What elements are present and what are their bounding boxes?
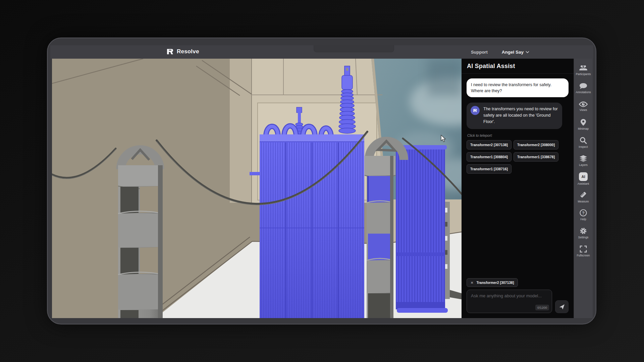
- support-link[interactable]: Support: [471, 50, 488, 55]
- model-3d-viewport[interactable]: [52, 59, 462, 318]
- ai-avatar: [471, 106, 480, 115]
- close-icon[interactable]: ✕: [471, 281, 473, 285]
- user-message-bubble: I need to review the transformers for sa…: [467, 78, 569, 97]
- magnifier-icon: [580, 137, 587, 144]
- sidebar-item-settings[interactable]: Settings: [574, 224, 593, 242]
- top-bar: Resolve Support Angel Say: [50, 45, 593, 59]
- annotations-icon: [579, 83, 587, 89]
- context-chip-label: Transformer2 [307138]: [476, 281, 514, 285]
- teleport-chip[interactable]: Transformer1 [308804]: [467, 152, 512, 162]
- participants-icon: [579, 65, 588, 71]
- sidebar-item-fullscreen[interactable]: Fullscreen: [574, 242, 593, 260]
- sidebar-item-minimap[interactable]: Minimap: [574, 115, 593, 133]
- teleport-chip[interactable]: Transformer2 [308000]: [514, 140, 558, 149]
- sidebar-item-participants[interactable]: Participants: [574, 61, 593, 79]
- teleport-chip[interactable]: Transformer1 [338716]: [467, 164, 512, 174]
- sidebar-item-inspect[interactable]: Inspect: [574, 133, 593, 152]
- layers-icon: [579, 155, 587, 162]
- eye-icon: [579, 101, 588, 107]
- sidebar-item-annotations[interactable]: Annotations: [574, 79, 593, 97]
- ai-assistant-icon: AI: [579, 172, 588, 181]
- teleport-chip-list: Transformer2 [307138] Transformer2 [3080…: [467, 140, 569, 174]
- user-menu[interactable]: Angel Say: [502, 50, 529, 55]
- ai-spatial-assist-panel: AI Spatial Assist I need to review the t…: [462, 59, 574, 318]
- fullscreen-icon: [580, 245, 587, 253]
- teleport-chip[interactable]: Transformer2 [307138]: [467, 140, 512, 149]
- map-pin-icon: [580, 119, 586, 126]
- panel-header: AI Spatial Assist: [462, 59, 574, 74]
- sidebar-item-layers[interactable]: Layers: [574, 152, 593, 170]
- user-name: Angel Say: [502, 50, 524, 55]
- char-counter: 0/1200: [535, 305, 549, 310]
- panel-title: AI Spatial Assist: [467, 63, 515, 70]
- context-chip[interactable]: ✕ Transformer2 [307138]: [467, 278, 518, 287]
- brand: Resolve: [166, 48, 199, 56]
- app-title: Resolve: [177, 48, 199, 55]
- ai-message-text: The transformers you need to review for …: [483, 106, 558, 125]
- svg-text:?: ?: [582, 210, 584, 215]
- send-button[interactable]: [555, 300, 569, 313]
- resolve-logo-icon: [166, 48, 174, 56]
- tool-sidebar: Participants Annotations Views: [574, 59, 593, 318]
- ai-message-bubble: The transformers you need to review for …: [467, 103, 562, 129]
- sidebar-item-views[interactable]: Views: [574, 97, 593, 115]
- resolve-avatar-icon: [473, 108, 478, 113]
- screen-notch: [314, 45, 394, 52]
- chevron-down-icon: [526, 51, 529, 53]
- help-icon: ?: [580, 209, 587, 217]
- teleport-hint: Click to teleport:: [467, 133, 568, 137]
- sidebar-item-help[interactable]: ? Help: [574, 206, 593, 224]
- app-window: Resolve Support Angel Say: [47, 38, 596, 324]
- scene-canvas: [52, 59, 462, 318]
- scene-pole-left: [118, 150, 163, 318]
- ruler-icon: [579, 191, 587, 199]
- gear-icon: [580, 227, 587, 235]
- sidebar-item-measure[interactable]: Measure: [574, 188, 593, 206]
- send-icon: [559, 304, 565, 310]
- teleport-chip[interactable]: Transformer1 [338678]: [514, 152, 558, 162]
- sidebar-item-assistant[interactable]: AI Assistant: [574, 170, 593, 188]
